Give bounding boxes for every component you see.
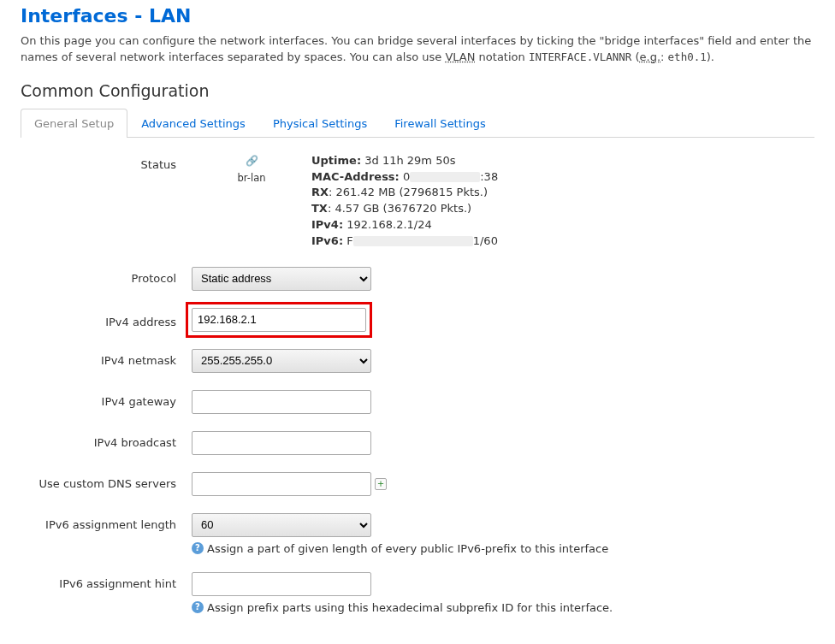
ipv4-gateway-label: IPv4 gateway: [21, 390, 192, 408]
status-list: Uptime: 3d 11h 29m 50s MAC-Address: 0:38…: [311, 153, 498, 250]
ipv4-address-input[interactable]: [192, 308, 366, 332]
ipv4-broadcast-label: IPv4 broadcast: [21, 431, 192, 449]
page-title: Interfaces - LAN: [21, 5, 814, 27]
ipv6-length-label: IPv6 assignment length: [21, 513, 192, 531]
status-label: Status: [21, 153, 192, 171]
ipv6-value: F1/60: [346, 234, 498, 247]
tab-advanced-settings[interactable]: Advanced Settings: [127, 109, 259, 138]
ipv6-hint-input[interactable]: [192, 572, 371, 596]
vlan-notation-code: INTERFACE.VLANNR: [529, 50, 631, 63]
ipv4-gateway-input[interactable]: [192, 390, 371, 414]
ipv4-address-highlight: [186, 302, 372, 338]
dns-label: Use custom DNS servers: [21, 472, 192, 490]
section-heading: Common Configuration: [21, 81, 814, 100]
redacted-block: [410, 172, 480, 182]
tab-bar: General Setup Advanced Settings Physical…: [21, 109, 814, 138]
interface-box: 🔗 br-lan: [192, 153, 311, 184]
add-dns-icon[interactable]: ＋: [375, 478, 387, 490]
ipv6-length-select[interactable]: 60: [192, 513, 371, 537]
tab-general-setup[interactable]: General Setup: [21, 109, 127, 138]
protocol-select[interactable]: Static address: [192, 267, 371, 291]
ipv4-broadcast-input[interactable]: [192, 431, 371, 455]
help-icon: ?: [192, 542, 204, 554]
page-description: On this page you can configure the netwo…: [21, 33, 814, 66]
ipv6-hint-hint: Assign prefix parts using this hexadecim…: [207, 601, 613, 614]
redacted-block: [353, 236, 473, 246]
vlan-abbr: VLAN: [445, 50, 475, 63]
ipv4-address-label: IPv4 address: [21, 308, 192, 328]
help-icon: ?: [192, 601, 204, 613]
uptime-value: 3d 11h 29m 50s: [364, 154, 455, 167]
eg-abbr: e.g.: [640, 50, 661, 63]
ipv4-netmask-label: IPv4 netmask: [21, 349, 192, 367]
vlan-example-code: eth0.1: [668, 50, 707, 63]
protocol-label: Protocol: [21, 267, 192, 285]
ipv6-length-hint: Assign a part of given length of every p…: [207, 542, 608, 555]
mac-value: 0:38: [403, 170, 498, 183]
tx-value: : 4.57 GB (3676720 Pkts.): [328, 202, 471, 215]
ipv4-netmask-select[interactable]: 255.255.255.0: [192, 349, 371, 373]
tab-physical-settings[interactable]: Physical Settings: [259, 109, 381, 138]
ipv6-hint-label: IPv6 assignment hint: [21, 572, 192, 590]
interface-name: br-lan: [238, 172, 266, 184]
dns-input[interactable]: [192, 472, 371, 496]
ipv4-value: 192.168.2.1/24: [346, 218, 432, 231]
bridge-icon: 🔗: [192, 155, 311, 167]
rx-value: : 261.42 MB (2796815 Pkts.): [329, 186, 488, 198]
tab-firewall-settings[interactable]: Firewall Settings: [381, 109, 499, 138]
